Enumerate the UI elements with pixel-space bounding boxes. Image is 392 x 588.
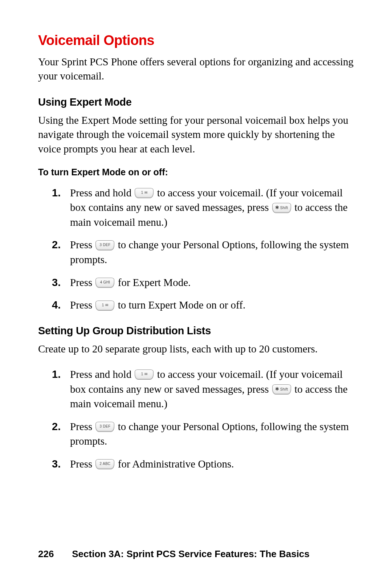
page-number: 226: [38, 548, 69, 560]
step-text: Press and hold: [70, 187, 134, 199]
step-4: 4. Press 1 ✉ to turn Expert Mode on or o…: [70, 298, 354, 313]
step-text: Press: [70, 458, 95, 470]
step-text: Press and hold: [70, 368, 134, 380]
step-text: Press: [70, 277, 95, 288]
section-body-expert-mode: Using the Expert Mode setting for your p…: [38, 113, 354, 156]
phone-key-1-icon: 1 ✉: [135, 188, 154, 198]
step-text: Press: [70, 421, 95, 432]
phone-key-3-icon: 3 DEF: [95, 422, 114, 432]
section-heading-group-lists: Setting Up Group Distribution Lists: [38, 325, 354, 337]
step-number: 3.: [52, 275, 61, 290]
step-text: Press: [70, 239, 95, 250]
phone-key-star-icon: Shift: [272, 203, 291, 213]
step-number: 1.: [52, 185, 61, 200]
phone-key-4-icon: 4 GHI: [95, 278, 114, 288]
step-3: 3. Press 2 ABC for Administrative Option…: [70, 457, 354, 471]
phone-key-3-icon: 3 DEF: [95, 240, 114, 250]
step-3: 3. Press 4 GHI for Expert Mode.: [70, 275, 354, 290]
phone-key-1-icon: 1 ✉: [95, 301, 114, 311]
step-2: 2. Press 3 DEF to change your Personal O…: [70, 237, 354, 267]
section-body-group-lists: Create up to 20 separate group lists, ea…: [38, 342, 354, 356]
step-number: 2.: [52, 237, 61, 252]
phone-key-star-icon: Shift: [272, 384, 291, 395]
step-number: 1.: [52, 367, 61, 382]
step-2: 2. Press 3 DEF to change your Personal O…: [70, 419, 354, 449]
page-footer: 226 Section 3A: Sprint PCS Service Featu…: [38, 548, 354, 560]
step-1: 1. Press and hold 1 ✉ to access your voi…: [70, 185, 354, 230]
intro-paragraph: Your Sprint PCS Phone offers several opt…: [38, 55, 354, 83]
step-text: to turn Expert Mode on or off.: [118, 299, 245, 311]
step-number: 2.: [52, 419, 61, 434]
step-number: 4.: [52, 298, 61, 313]
phone-key-2-icon: 2 ABC: [95, 459, 114, 469]
manual-page: Voicemail Options Your Sprint PCS Phone …: [0, 0, 392, 588]
footer-section-title: Section 3A: Sprint PCS Service Features:…: [72, 548, 310, 559]
page-title: Voicemail Options: [38, 33, 354, 48]
step-text: for Expert Mode.: [118, 277, 191, 288]
step-text: for Administrative Options.: [118, 458, 234, 470]
step-1: 1. Press and hold 1 ✉ to access your voi…: [70, 367, 354, 411]
step-text: Press: [70, 299, 95, 311]
step-number: 3.: [52, 457, 61, 471]
steps-group-lists: 1. Press and hold 1 ✉ to access your voi…: [38, 367, 354, 471]
section-heading-expert-mode: Using Expert Mode: [38, 96, 354, 108]
procedure-heading-expert-mode: To turn Expert Mode on or off:: [38, 167, 354, 177]
steps-expert-mode: 1. Press and hold 1 ✉ to access your voi…: [38, 185, 354, 313]
phone-key-1-icon: 1 ✉: [135, 369, 154, 380]
